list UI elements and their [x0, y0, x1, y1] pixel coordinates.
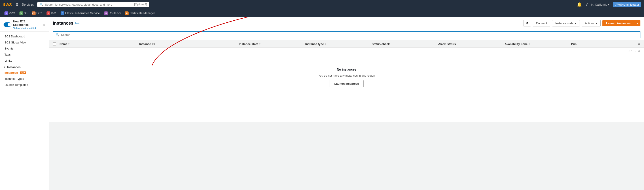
ec2-icon: EC — [32, 12, 36, 15]
shortcut-vpc[interactable]: V VPC — [3, 11, 17, 16]
sidebar-navigation: EC2 Dashboard EC2 Global View Events Tag… — [0, 32, 49, 90]
search-icon: 🔍 — [56, 33, 59, 37]
global-search-input[interactable] — [45, 3, 132, 6]
sidebar-item-tags[interactable]: Tags — [0, 52, 49, 58]
sidebar-section-instances[interactable]: ▼ Instances — [0, 64, 49, 70]
s3-icon: S3 — [20, 12, 23, 15]
new-badge: New — [20, 71, 26, 74]
search-icon: 🔍 — [40, 3, 43, 6]
notification-icon[interactable]: 🔔 — [577, 2, 582, 7]
actions-button[interactable]: Actions ▾ — [582, 20, 601, 26]
col-header-instance-type: Instance type ▾ — [305, 42, 372, 46]
refresh-button[interactable]: ↺ — [523, 20, 531, 26]
sidebar-header: New EC2 Experience Tell us what you thin… — [0, 17, 49, 32]
table-search-box: 🔍 — [53, 31, 640, 38]
route53-icon: R — [104, 12, 108, 15]
instance-state-button[interactable]: Instance state ▾ — [552, 20, 580, 26]
col-header-instance-id: Instance ID — [139, 42, 239, 46]
sidebar-item-instances[interactable]: Instances New — [0, 70, 49, 76]
col-header-status-check: Status check — [372, 42, 438, 46]
shortcut-s3[interactable]: S3 S3 — [18, 11, 29, 16]
aws-logo-text: aws — [3, 2, 12, 7]
new-experience-toggle[interactable] — [4, 22, 12, 27]
sidebar-item-events[interactable]: Events — [0, 45, 49, 52]
shortcut-cm[interactable]: C Certificate Manager — [123, 11, 156, 16]
sidebar: New EC2 Experience Tell us what you thin… — [0, 17, 49, 190]
launch-instances-empty-button[interactable]: Launch instances — [330, 80, 364, 87]
top-navigation: aws ⠿ Services 🔍 [Option+S] 🔔 ? N. Calif… — [0, 0, 644, 9]
col-header-alarm-status: Alarm status — [438, 42, 505, 46]
sort-name-icon[interactable]: ▾ — [68, 43, 69, 45]
sort-az-icon[interactable]: ▾ — [528, 43, 530, 45]
sidebar-item-limits[interactable]: Limits — [0, 58, 49, 64]
search-shortcut: [Option+S] — [134, 3, 147, 6]
vpc-icon: V — [4, 12, 8, 15]
table-header: Name ▾ Instance ID Instance state ▾ Inst… — [49, 40, 644, 48]
section-arrow-icon: ▼ — [4, 66, 6, 68]
aws-logo[interactable]: aws — [3, 2, 12, 7]
shortcut-eks[interactable]: E Elastic Kubernetes Service — [59, 11, 102, 16]
col-header-instance-state: Instance state ▾ — [239, 42, 305, 46]
main-content: Instances Info ↺ Connect Instance state … — [49, 17, 644, 190]
next-page-button[interactable]: › — [634, 49, 636, 53]
main-layout: New EC2 Experience Tell us what you thin… — [0, 17, 644, 190]
route53-label: Route 53 — [109, 12, 120, 15]
instances-header: Instances Info ↺ Connect Instance state … — [49, 17, 644, 29]
settings-icon[interactable]: ⚙ — [638, 49, 640, 53]
col-header-name: Name ▾ — [60, 42, 139, 46]
prev-page-button[interactable]: ‹ — [628, 49, 630, 53]
search-container: 🔍 — [49, 29, 644, 40]
global-search[interactable]: 🔍 [Option+S] — [37, 2, 149, 7]
sidebar-title: New EC2 Experience — [13, 20, 41, 26]
shortcut-route53[interactable]: R Route 53 — [102, 11, 122, 16]
col-header-availability-zone: Availability Zone ▾ — [505, 42, 571, 46]
col-header-public: Publ — [571, 42, 638, 46]
empty-description: You do not have any instances in this re… — [318, 74, 375, 77]
account-button[interactable]: AWSAdministrator — [613, 2, 641, 7]
ec2-label: EC2 — [36, 12, 42, 15]
sidebar-header-info: New EC2 Experience Tell us what you thin… — [13, 20, 41, 30]
sort-state-icon[interactable]: ▾ — [259, 43, 260, 45]
checkbox-all[interactable] — [53, 42, 56, 45]
sidebar-item-instance-types[interactable]: Instance Types — [0, 76, 49, 82]
iam-icon: I — [46, 12, 50, 15]
instances-section-label: Instances — [7, 65, 20, 69]
toggle-container: New EC2 Experience Tell us what you thin… — [4, 20, 46, 30]
chevron-down-icon: ▾ — [575, 22, 576, 25]
connect-button[interactable]: Connect — [533, 20, 550, 26]
cm-label: Certificate Manager — [130, 12, 155, 15]
iam-label: IAM — [51, 12, 56, 15]
page-number: 1 — [631, 49, 633, 53]
services-button[interactable]: Services — [22, 3, 34, 6]
eks-icon: E — [60, 12, 64, 15]
s3-label: S3 — [24, 12, 28, 15]
shortcuts-bar: V VPC S3 S3 EC EC2 I IAM E Elastic Kuber… — [0, 9, 644, 17]
empty-state: No instances You do not have any instanc… — [49, 54, 644, 101]
eks-label: Elastic Kubernetes Service — [65, 12, 100, 15]
column-settings-icon[interactable]: ⚙ — [638, 42, 640, 46]
vpc-label: VPC — [9, 12, 15, 15]
close-icon[interactable]: ✕ — [42, 23, 46, 27]
search-input[interactable] — [61, 33, 638, 37]
sidebar-item-ec2-dashboard[interactable]: EC2 Dashboard — [0, 33, 49, 39]
sidebar-subtitle[interactable]: Tell us what you think — [13, 27, 41, 30]
bottom-panel — [49, 122, 644, 190]
region-selector[interactable]: N. California ▾ — [591, 3, 610, 6]
header-actions: ↺ Connect Instance state ▾ Actions ▾ Lau… — [523, 20, 640, 26]
sidebar-item-ec2-global-view[interactable]: EC2 Global View — [0, 39, 49, 45]
info-button[interactable]: Info — [75, 22, 80, 25]
grid-icon[interactable]: ⠿ — [16, 3, 18, 7]
shortcut-ec2[interactable]: EC EC2 — [30, 11, 44, 16]
launch-instances-dropdown-button[interactable]: ▾ — [634, 20, 640, 26]
table-pagination: ‹ 1 › ⚙ — [49, 48, 644, 54]
cm-icon: C — [125, 12, 128, 15]
launch-instances-button[interactable]: Launch instances — [602, 20, 634, 26]
page-title: Instances — [53, 21, 73, 26]
launch-group: Launch instances ▾ — [602, 20, 640, 26]
help-icon[interactable]: ? — [586, 2, 588, 7]
sidebar-item-launch-templates[interactable]: Launch Templates — [0, 82, 49, 88]
chevron-down-icon: ▾ — [596, 22, 597, 25]
sort-type-icon[interactable]: ▾ — [325, 43, 326, 45]
shortcut-iam[interactable]: I IAM — [45, 11, 58, 16]
select-all-checkbox[interactable] — [53, 42, 60, 45]
